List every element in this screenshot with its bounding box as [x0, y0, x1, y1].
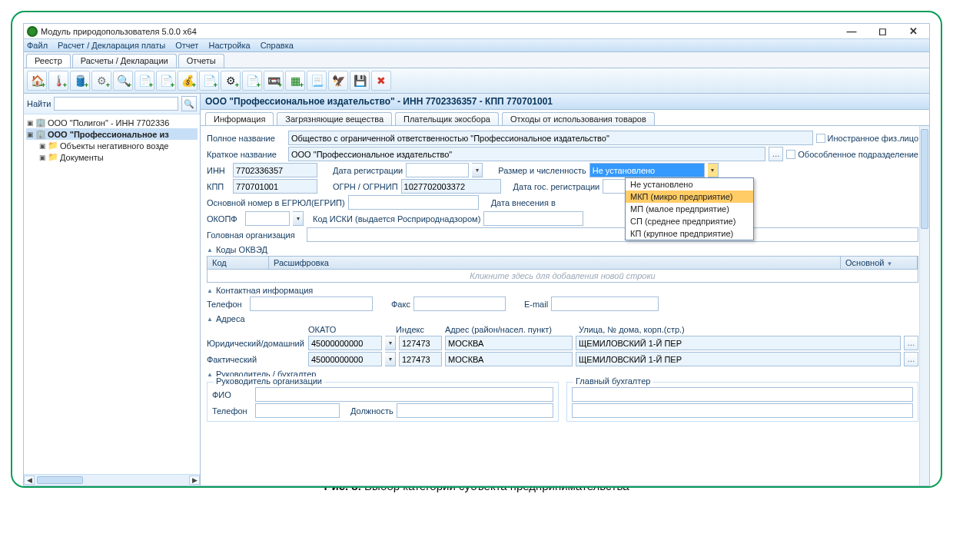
window-maximize[interactable]: ◻	[874, 25, 891, 37]
input-fact-index[interactable]: 127473	[399, 352, 442, 366]
input-fact-okato[interactable]: 45000000000	[308, 352, 382, 366]
tool-delete[interactable]: ✖	[371, 71, 391, 91]
input-kpp[interactable]: 770701001	[233, 179, 317, 194]
tool-money[interactable]: 💰+	[178, 71, 198, 91]
label-mgr-phone: Телефон	[212, 406, 252, 416]
input-inn[interactable]: 7702336357	[233, 163, 317, 177]
tree-hscroll[interactable]: ◀ ▶	[24, 474, 200, 485]
menu-report[interactable]: Отчет	[175, 41, 198, 50]
select-size[interactable]: Не установлено	[589, 163, 705, 177]
org-tree[interactable]: ▣🏢ООО "Полигон" - ИНН 7702336 ▣🏢ООО "Про…	[24, 114, 200, 474]
regdate-drop[interactable]: ▾	[472, 163, 483, 177]
tool-doc[interactable]: 📃	[307, 71, 327, 91]
tool-eagle[interactable]: 🦅	[328, 71, 348, 91]
size-dropdown-list[interactable]: Не установлено МКП (микро предприятие) М…	[625, 177, 754, 240]
input-email[interactable]	[551, 297, 659, 311]
tab-declarations[interactable]: Расчеты / Декларации	[72, 54, 177, 68]
section-okved[interactable]: ▲Коды ОКВЭД	[207, 245, 918, 254]
tool-sheet2[interactable]: 📄+	[156, 71, 176, 91]
label-inn: ИНН	[207, 166, 230, 175]
find-button[interactable]: 🔍	[181, 96, 197, 111]
form-vscroll[interactable]	[919, 126, 929, 485]
size-option-none[interactable]: Не установлено	[626, 178, 753, 191]
vscroll-thumb[interactable]	[921, 129, 928, 229]
legal-addr-button[interactable]: …	[904, 336, 918, 350]
input-okopf[interactable]	[245, 211, 290, 226]
input-short-name[interactable]: ООО "Профессиональное издательство"	[288, 147, 765, 161]
tool-home[interactable]: 🏠+	[27, 71, 47, 91]
fact-addr-button[interactable]: …	[904, 352, 918, 366]
scroll-thumb[interactable]	[37, 476, 83, 484]
okved-col-decode[interactable]: Расшифровка	[269, 257, 841, 269]
tool-sheet4[interactable]: 📄+	[242, 71, 262, 91]
input-full-name[interactable]: Общество с ограниченной ответственностью…	[288, 131, 813, 145]
okved-add-row[interactable]: Кликните здесь для добавления новой стро…	[207, 270, 918, 283]
input-fact-city[interactable]: МОСКВА	[445, 352, 573, 366]
menu-calc[interactable]: Расчет / Декларация платы	[58, 41, 165, 50]
section-contact[interactable]: ▲Контактная информация	[207, 286, 918, 295]
tree-node-profizdat[interactable]: ООО "Профессиональное из	[48, 130, 169, 139]
short-name-button[interactable]: …	[769, 147, 783, 161]
input-mgr-phone[interactable]	[255, 403, 340, 418]
fact-okato-drop[interactable]: ▾	[385, 352, 396, 366]
size-option-sp[interactable]: СП (среднее предприятие)	[626, 215, 753, 227]
section-addresses[interactable]: ▲Адреса	[207, 314, 918, 323]
input-acc-fio[interactable]	[572, 387, 913, 402]
input-ogrn[interactable]: 1027702003372	[401, 179, 501, 194]
tool-sheet1[interactable]: 📄+	[134, 71, 154, 91]
input-head-org[interactable]	[307, 227, 918, 242]
tree-node-docs[interactable]: Документы	[60, 153, 104, 162]
tab-pollutants[interactable]: Загрязняющие вещества	[277, 112, 392, 125]
okved-col-code[interactable]: Код	[208, 257, 269, 269]
legal-okato-drop[interactable]: ▾	[385, 336, 396, 350]
tool-sheet3[interactable]: 📄+	[199, 71, 219, 91]
window-close[interactable]: ✕	[905, 25, 921, 37]
checkbox-division[interactable]: Обособленное подразделение	[786, 150, 918, 159]
label-full-name: Полное название	[207, 134, 285, 143]
input-legal-index[interactable]: 127473	[399, 336, 442, 350]
find-input[interactable]	[54, 97, 178, 111]
size-option-mp[interactable]: МП (малое предприятие)	[626, 203, 753, 215]
input-fax[interactable]	[413, 297, 506, 311]
tree-node-poligon[interactable]: ООО "Полигон" - ИНН 7702336	[48, 118, 169, 128]
scroll-left-arrow[interactable]: ◀	[24, 476, 35, 485]
tool-thermo[interactable]: 🌡️+	[48, 71, 68, 91]
tool-barrel[interactable]: 🛢️+	[70, 71, 90, 91]
window-minimize[interactable]: —	[843, 25, 860, 37]
input-legal-street[interactable]: ЩЕМИЛОВСКИЙ 1-Й ПЕР	[576, 336, 901, 350]
tab-info[interactable]: Информация	[205, 112, 274, 125]
input-acc-phone[interactable]	[572, 403, 913, 418]
tab-registry[interactable]: Реестр	[26, 54, 71, 68]
tool-grid[interactable]: ▦+	[285, 71, 305, 91]
input-phone[interactable]	[250, 297, 373, 311]
input-mgr-fio[interactable]	[255, 387, 553, 402]
menu-settings[interactable]: Настройка	[208, 41, 250, 50]
tree-node-objects[interactable]: Объекты негативного возде	[60, 141, 168, 151]
okved-col-main[interactable]: Основной ▼	[841, 257, 918, 269]
tool-tape[interactable]: 📼+	[264, 71, 284, 91]
checkbox-foreign[interactable]: Иностранное физ.лицо	[816, 134, 918, 143]
tab-ecofee[interactable]: Плательщик экосбора	[395, 112, 499, 125]
input-fact-street[interactable]: ЩЕМИЛОВСКИЙ 1-Й ПЕР	[576, 352, 901, 366]
label-addr-fact: Фактический	[207, 355, 305, 364]
scroll-right-arrow[interactable]: ▶	[189, 476, 200, 485]
tab-reports[interactable]: Отчеты	[178, 54, 224, 68]
tool-pipe[interactable]: ⚙+	[91, 71, 111, 91]
input-egrul[interactable]	[348, 195, 479, 210]
tool-gear[interactable]: ⚙+	[221, 71, 241, 91]
label-head-org: Головная организация	[207, 230, 304, 240]
input-iski[interactable]	[483, 211, 583, 226]
menu-help[interactable]: Справка	[261, 41, 294, 50]
tool-save[interactable]: 💾	[350, 71, 370, 91]
input-legal-city[interactable]: МОСКВА	[445, 336, 573, 350]
input-regdate[interactable]	[406, 163, 469, 177]
input-legal-okato[interactable]: 45000000000	[308, 336, 382, 350]
tab-goods-waste[interactable]: Отходы от использования товаров	[502, 112, 655, 125]
size-option-mkp[interactable]: МКП (микро предприятие)	[626, 191, 753, 203]
size-option-kp[interactable]: КП (крупное предприятие)	[626, 227, 753, 240]
size-drop-button[interactable]: ▾	[708, 163, 719, 177]
okopf-drop[interactable]: ▾	[293, 211, 304, 226]
tool-search[interactable]: 🔍+	[113, 71, 133, 91]
menu-file[interactable]: Файл	[27, 41, 48, 50]
input-mgr-dolzh[interactable]	[397, 403, 553, 418]
